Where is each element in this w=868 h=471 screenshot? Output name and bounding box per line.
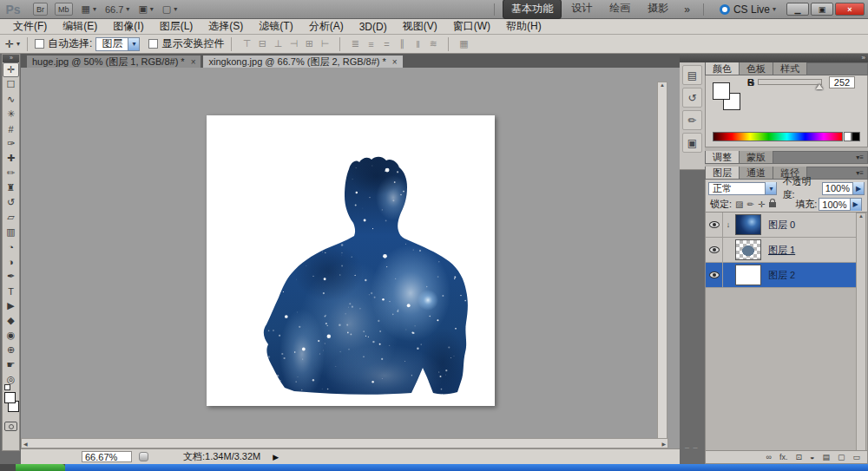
workspace-button[interactable]: 设计 <box>563 0 600 19</box>
dock-grabber-handle[interactable]: ‒ ‒ <box>685 443 699 452</box>
toolbar-collapse-button[interactable]: » <box>3 55 19 62</box>
auto-select-checkbox[interactable] <box>35 39 44 49</box>
opacity-field[interactable]: 100% ▶ <box>822 182 865 195</box>
pen-tool[interactable]: ✒ <box>3 269 19 284</box>
layer-thumbnail[interactable] <box>735 214 761 235</box>
spot-healing-brush-tool[interactable]: ✚ <box>3 151 19 166</box>
delete-layer-icon[interactable]: ▭ <box>852 453 860 461</box>
scroll-left-icon[interactable]: ◀ <box>23 441 28 447</box>
foreground-color-swatch[interactable] <box>713 82 730 100</box>
mini-bridge-icon[interactable]: ▤ <box>682 65 702 85</box>
document-tab[interactable]: huge.jpg @ 50% (图层 1, RGB/8#) *× <box>26 55 201 68</box>
quick-selection-tool[interactable]: ✳ <box>3 107 19 121</box>
document-canvas[interactable] <box>207 115 495 406</box>
visibility-cell[interactable] <box>706 213 723 237</box>
screen-mode-button[interactable]: ▢ ▾ <box>162 3 177 15</box>
auto-align-layers-button[interactable]: ▦ <box>457 38 470 49</box>
visibility-cell[interactable] <box>706 238 723 262</box>
layer-thumbnail[interactable] <box>735 239 761 260</box>
white-swatch[interactable] <box>844 132 852 141</box>
show-transform-checkbox[interactable] <box>148 39 158 49</box>
link-layers-icon[interactable]: ∞ <box>766 453 772 461</box>
menu-item[interactable]: 帮助(H) <box>498 19 549 34</box>
align-horizontal-centers-icon[interactable]: ⊞ <box>302 38 316 49</box>
panel-tab[interactable]: 通道 <box>740 167 773 179</box>
horizontal-scrollbar[interactable]: ◀ ▶ <box>21 438 668 448</box>
slider-track[interactable] <box>758 79 822 85</box>
panel-tab[interactable]: 色板 <box>740 62 773 75</box>
menu-item[interactable]: 分析(A) <box>301 19 352 34</box>
lock-transparency-icon[interactable]: ▨ <box>735 200 743 209</box>
lock-position-icon[interactable]: ✛ <box>758 200 765 209</box>
hand-tool[interactable]: ☛ <box>3 357 19 372</box>
menu-item[interactable]: 3D(D) <box>352 21 395 33</box>
status-zoom-input[interactable]: 66.67% <box>82 451 132 462</box>
lasso-tool[interactable]: ∿ <box>3 92 19 107</box>
visibility-cell[interactable] <box>706 263 723 287</box>
distribute-bottom-edges-icon[interactable]: = <box>379 39 393 49</box>
launch-minibridge-button[interactable]: Mb <box>55 3 73 16</box>
align-top-edges-icon[interactable]: ⊤ <box>240 38 253 49</box>
scroll-up-icon[interactable]: ▲ <box>660 82 665 88</box>
rectangular-marquee-tool[interactable]: ☐ <box>3 77 19 92</box>
new-layer-icon[interactable]: ▢ <box>838 453 845 461</box>
distribute-right-edges-icon[interactable]: ≋ <box>426 38 440 49</box>
workspace-button[interactable]: 绘画 <box>602 0 638 19</box>
distribute-left-edges-icon[interactable]: ∥ <box>395 38 409 49</box>
panel-menu-icon[interactable]: ▾≡ <box>856 169 866 177</box>
auto-select-dropdown[interactable]: 图层 ▾ <box>95 37 140 51</box>
add-layer-mask-icon[interactable]: ⊡ <box>795 453 802 461</box>
document-tab[interactable]: xingkong.jpg @ 66.7% (图层 2, RGB/8#) *× <box>202 55 403 68</box>
eyedropper-tool[interactable]: ✑ <box>3 136 19 151</box>
menu-item[interactable]: 窗口(W) <box>445 19 498 34</box>
brush-presets-icon[interactable]: ✏ <box>682 110 702 130</box>
black-swatch[interactable] <box>852 132 860 141</box>
type-tool[interactable]: T <box>3 284 19 298</box>
brush-tool[interactable]: ✏ <box>3 166 19 180</box>
fill-field[interactable]: 100% ▶ <box>819 198 861 211</box>
blur-tool[interactable]: ◔ <box>3 239 19 254</box>
layer-row[interactable]: ↓ 图层 1 <box>706 238 857 263</box>
lock-all-icon[interactable] <box>769 202 776 207</box>
start-button-edge[interactable] <box>16 464 65 471</box>
eraser-tool[interactable]: ▱ <box>3 210 19 225</box>
history-brush-tool[interactable]: ↺ <box>3 195 19 210</box>
workspace-button[interactable]: 摄影 <box>640 0 676 19</box>
quick-mask-button[interactable] <box>4 422 17 431</box>
align-bottom-edges-icon[interactable]: ⊥ <box>271 38 285 49</box>
new-adjustment-layer-icon[interactable]: ◒ <box>810 453 814 461</box>
path-selection-tool[interactable]: ▶ <box>3 298 19 313</box>
menu-item[interactable]: 文件(F) <box>5 19 55 34</box>
align-left-edges-icon[interactable]: ⊣ <box>286 38 300 49</box>
distribute-top-edges-icon[interactable]: ≣ <box>348 38 362 49</box>
view-extras-button[interactable]: ▦ ▾ <box>82 3 96 15</box>
gradient-tool[interactable]: ▥ <box>3 225 19 239</box>
canvas-pasteboard[interactable]: ▲ <box>21 68 668 438</box>
restore-button[interactable]: ▣ <box>811 3 833 16</box>
clone-source-icon[interactable]: ▣ <box>682 133 702 153</box>
panel-tab[interactable]: 蒙版 <box>740 151 773 163</box>
scroll-right-icon[interactable]: ▶ <box>661 441 666 447</box>
layer-style-icon[interactable]: fx. <box>779 453 788 461</box>
crop-tool[interactable]: # <box>3 121 19 136</box>
panel-menu-icon[interactable]: ▾≡ <box>856 154 866 161</box>
panel-tab[interactable]: 颜色 <box>706 62 740 75</box>
distribute-vertical-centers-icon[interactable]: ≡ <box>364 39 378 49</box>
color-spectrum-ramp[interactable] <box>713 132 843 141</box>
slider-thumb[interactable] <box>816 84 823 89</box>
workspace-button[interactable]: 基本功能 <box>503 0 562 19</box>
foreground-color-swatch[interactable] <box>4 392 16 403</box>
history-icon[interactable]: ↺ <box>682 88 702 108</box>
tab-close-icon[interactable]: × <box>392 57 398 67</box>
menu-item[interactable]: 视图(V) <box>395 19 445 34</box>
layers-scrollbar[interactable]: ▲ <box>856 213 866 452</box>
panel-tab[interactable]: 调整 <box>706 151 740 163</box>
layer-thumbnail[interactable] <box>735 265 761 285</box>
status-options-button[interactable]: ▶ <box>273 453 279 461</box>
menu-item[interactable]: 滤镜(T) <box>251 19 300 34</box>
layer-name[interactable]: 图层 0 <box>768 219 795 232</box>
custom-shape-tool[interactable]: ◆ <box>3 313 19 328</box>
move-tool-preset-icon[interactable]: ✛ <box>5 38 14 50</box>
panel-tab[interactable]: 图层 <box>706 167 740 179</box>
more-workspaces-button[interactable]: » <box>684 3 689 16</box>
